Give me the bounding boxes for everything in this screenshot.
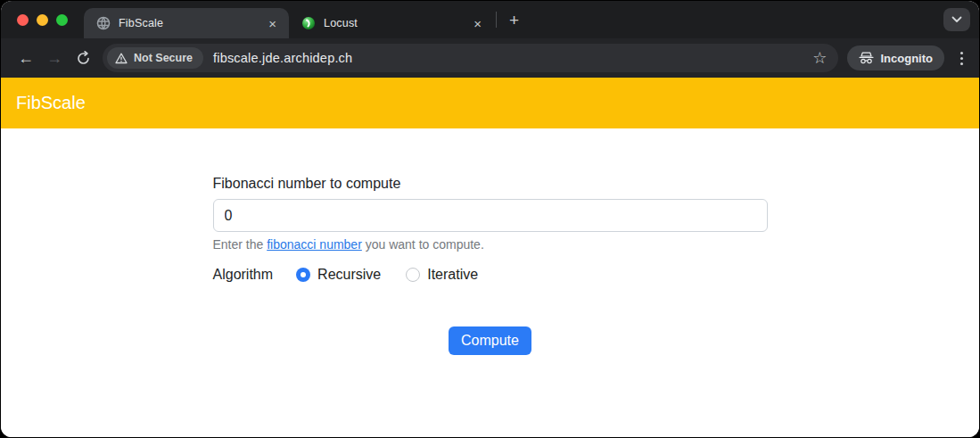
tab-divider: [496, 12, 497, 28]
compute-button[interactable]: Compute: [449, 326, 531, 355]
browser-window: FibScale × Locust ×: [1, 1, 979, 437]
help-suffix: you want to compute.: [362, 237, 484, 252]
help-text: Enter the fibonacci number you want to c…: [213, 237, 768, 252]
web-page: FibScale Fibonacci number to compute Ent…: [1, 78, 979, 437]
warning-triangle-icon: [115, 53, 128, 64]
chevron-down-icon: [951, 16, 962, 23]
fibonacci-number-link[interactable]: fibonacci number: [267, 237, 362, 252]
submit-row: Compute: [213, 326, 768, 355]
tab-title: Locust: [324, 17, 462, 29]
radio-recursive[interactable]: [296, 268, 310, 282]
help-prefix: Enter the: [213, 237, 268, 252]
security-label: Not Secure: [134, 52, 193, 64]
tab-strip: FibScale × Locust ×: [1, 1, 979, 38]
number-field-label: Fibonacci number to compute: [213, 176, 768, 192]
new-tab-button[interactable]: +: [502, 10, 526, 30]
algorithm-row: Algorithm Recursive Iterative: [213, 267, 768, 283]
security-chip[interactable]: Not Secure: [107, 47, 203, 69]
maximize-window-button[interactable]: [56, 14, 68, 26]
tab-title: FibScale: [119, 17, 257, 29]
incognito-badge: Incognito: [847, 45, 945, 70]
algorithm-label: Algorithm: [213, 267, 274, 283]
browser-menu-button[interactable]: [953, 48, 970, 69]
forward-button[interactable]: →: [40, 44, 69, 72]
tab-fibscale[interactable]: FibScale ×: [84, 8, 289, 38]
fibonacci-form: Fibonacci number to compute Enter the fi…: [213, 176, 768, 355]
globe-icon: [96, 16, 111, 30]
radio-option-recursive[interactable]: Recursive: [296, 267, 381, 283]
close-tab-icon[interactable]: ×: [470, 15, 485, 32]
traffic-lights: [17, 14, 68, 26]
app-header: FibScale: [1, 78, 979, 128]
radio-option-iterative[interactable]: Iterative: [406, 267, 478, 283]
brand-title: FibScale: [16, 93, 86, 113]
radio-iterative-label: Iterative: [427, 267, 478, 283]
minimize-window-button[interactable]: [37, 14, 48, 26]
incognito-icon: [859, 52, 874, 64]
radio-iterative[interactable]: [406, 268, 420, 282]
tab-locust[interactable]: Locust ×: [289, 8, 494, 38]
radio-recursive-label: Recursive: [317, 267, 381, 283]
close-tab-icon[interactable]: ×: [265, 15, 280, 32]
bookmark-star-icon[interactable]: ☆: [812, 50, 827, 66]
back-button[interactable]: ←: [12, 44, 40, 72]
browser-toolbar: ← → Not Secure fibscale.jde.archidep.ch …: [1, 38, 979, 78]
url-text: fibscale.jde.archidep.ch: [213, 51, 352, 65]
reload-icon: [76, 51, 91, 66]
fibonacci-number-input[interactable]: [213, 199, 768, 232]
tab-search-button[interactable]: [943, 8, 970, 31]
reload-button[interactable]: [69, 44, 97, 72]
locust-favicon: [301, 16, 316, 30]
incognito-label: Incognito: [881, 52, 934, 65]
close-window-button[interactable]: [17, 14, 29, 26]
address-bar[interactable]: Not Secure fibscale.jde.archidep.ch ☆: [103, 44, 838, 72]
